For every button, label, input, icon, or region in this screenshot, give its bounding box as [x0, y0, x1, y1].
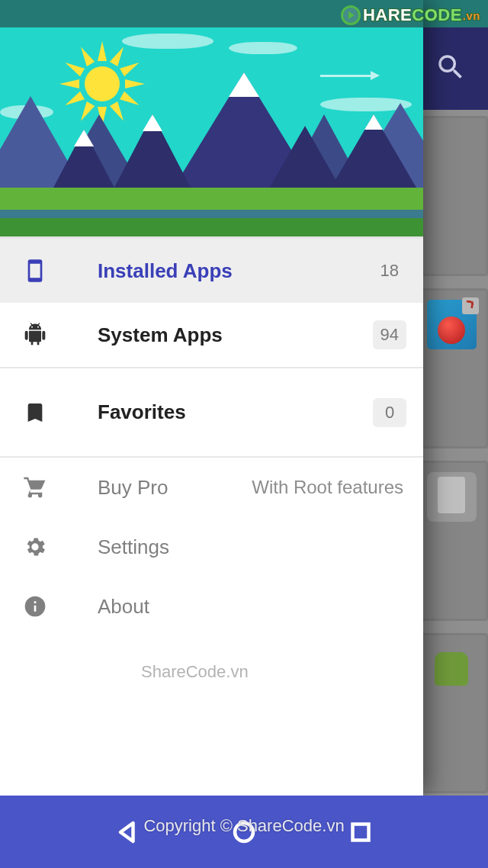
card — [419, 633, 488, 793]
drawer-list: Installed Apps 18 System Apps 94 Favorit… — [0, 239, 423, 636]
logo-text-b: CODE — [412, 5, 462, 25]
card — [419, 461, 488, 621]
card — [419, 116, 488, 276]
drawer-item-label: System Apps — [98, 323, 373, 347]
screen: Installed Apps 18 System Apps 94 Favorit… — [0, 0, 488, 868]
app-thumbnail — [427, 300, 477, 349]
bookmark-icon — [23, 400, 47, 425]
phone-icon — [23, 259, 47, 283]
cart-icon — [23, 475, 47, 500]
system-nav-bar — [0, 796, 488, 868]
logo-play-icon — [341, 5, 361, 25]
drawer-item-label: Installed Apps — [98, 259, 373, 283]
recents-icon[interactable] — [347, 818, 374, 846]
drawer-item-settings[interactable]: Settings — [0, 517, 423, 577]
info-icon — [23, 594, 47, 619]
drawer-item-subtitle: With Root features — [252, 477, 406, 498]
count-badge: 0 — [373, 398, 406, 427]
drawer-item-label: About — [98, 595, 406, 619]
thumb-badge — [462, 297, 479, 314]
watermark-mid: ShareCode.vn — [141, 662, 249, 682]
drawer-item-buy-pro[interactable]: Buy Pro With Root features — [0, 458, 423, 517]
app-thumbnail — [427, 645, 477, 694]
android-icon — [23, 323, 47, 347]
drawer-item-favorites[interactable]: Favorites 0 — [0, 368, 423, 456]
gear-icon — [23, 535, 47, 559]
sharecode-logo: HARECODE.vn — [341, 5, 480, 25]
app-thumbnail — [427, 472, 477, 522]
drawer-item-label: Favorites — [98, 400, 373, 424]
back-icon[interactable] — [114, 818, 141, 846]
drawer-item-label: Settings — [98, 535, 406, 559]
search-icon[interactable] — [435, 51, 467, 86]
logo-text-a: HARE — [363, 5, 412, 25]
card — [419, 288, 488, 448]
drawer-item-about[interactable]: About — [0, 577, 423, 636]
drawer-item-label: Buy Pro — [98, 476, 252, 500]
logo-suffix: .vn — [463, 9, 480, 22]
count-badge: 18 — [373, 256, 406, 285]
plane-icon — [320, 75, 374, 77]
drawer-item-installed-apps[interactable]: Installed Apps 18 — [0, 239, 423, 303]
count-badge: 94 — [373, 320, 406, 349]
svg-point-0 — [235, 823, 253, 841]
drawer-item-system-apps[interactable]: System Apps 94 — [0, 303, 423, 367]
home-icon[interactable] — [230, 818, 258, 846]
svg-rect-1 — [353, 824, 369, 840]
drawer-header-image — [0, 0, 423, 239]
